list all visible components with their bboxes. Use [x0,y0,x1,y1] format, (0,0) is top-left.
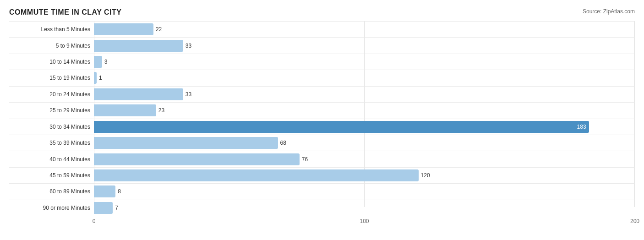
table-row: Less than 5 Minutes22 [9,21,635,37]
bar-track: 120 [94,168,635,183]
bar-value: 120 [421,172,430,179]
chart-header: COMMUTE TIME IN CLAY CITY Source: ZipAtl… [9,8,635,16]
bar-track: 183 [94,119,635,135]
bar [94,185,115,197]
chart-container: COMMUTE TIME IN CLAY CITY Source: ZipAtl… [0,0,644,240]
row-label: 90 or more Minutes [9,205,94,211]
bar-track: 7 [94,200,635,216]
table-row: 15 to 19 Minutes1 [9,70,635,86]
table-row: 5 to 9 Minutes33 [9,37,635,53]
bar-value: 22 [156,26,162,33]
bar-value: 76 [302,156,308,163]
table-row: 25 to 29 Minutes23 [9,102,635,118]
table-row: 35 to 39 Minutes68 [9,135,635,151]
bar-track: 3 [94,54,635,70]
bar-track: 22 [94,22,635,37]
bar [94,23,153,35]
table-row: 45 to 59 Minutes120 [9,167,635,183]
bar-value: 23 [158,107,164,114]
table-row: 90 or more Minutes7 [9,200,635,216]
bar-track: 23 [94,103,635,118]
bar-value: 183 [577,124,586,130]
bar-value: 1 [99,75,102,81]
bar [94,169,419,181]
bar-track: 1 [94,70,635,86]
bar [94,56,102,68]
bar [94,72,97,84]
row-label: 40 to 44 Minutes [9,156,94,163]
bar [94,104,156,116]
bar-value: 68 [280,140,286,146]
table-row: 40 to 44 Minutes76 [9,151,635,167]
bar [94,88,183,100]
bar [94,153,300,165]
bar-track: 68 [94,135,635,151]
table-row: 20 to 24 Minutes33 [9,86,635,102]
bar-value: 3 [104,59,108,65]
row-label: 25 to 29 Minutes [9,107,94,114]
bar-track: 33 [94,38,635,53]
x-tick-label: 200 [630,218,639,224]
table-row: 60 to 89 Minutes8 [9,183,635,199]
bar-value: 8 [118,188,121,195]
row-label: 15 to 19 Minutes [9,75,94,81]
row-label: 10 to 14 Minutes [9,59,94,65]
chart-area: Less than 5 Minutes225 to 9 Minutes3310 … [9,21,635,218]
row-label: Less than 5 Minutes [9,26,94,33]
rows-container: Less than 5 Minutes225 to 9 Minutes3310 … [9,21,635,216]
bar-value: 33 [186,91,191,98]
bar [94,137,278,149]
bar [94,202,113,214]
table-row: 10 to 14 Minutes3 [9,54,635,70]
bar-track: 76 [94,151,635,167]
bar-value: 7 [115,205,118,211]
table-row: 30 to 34 Minutes183 [9,119,635,135]
row-label: 5 to 9 Minutes [9,43,94,49]
bar-value: 33 [186,43,191,49]
row-label: 60 to 89 Minutes [9,188,94,195]
chart-title: COMMUTE TIME IN CLAY CITY [9,8,121,16]
bar-track: 33 [94,87,635,102]
chart-source: Source: ZipAtlas.com [583,8,635,15]
row-label: 30 to 34 Minutes [9,124,94,130]
row-label: 45 to 59 Minutes [9,172,94,179]
x-tick-label: 100 [360,218,369,224]
row-label: 35 to 39 Minutes [9,140,94,146]
x-tick-label: 0 [93,218,96,224]
row-label: 20 to 24 Minutes [9,91,94,98]
bar [94,40,183,52]
bar-track: 8 [94,184,635,199]
bar: 183 [94,121,589,133]
